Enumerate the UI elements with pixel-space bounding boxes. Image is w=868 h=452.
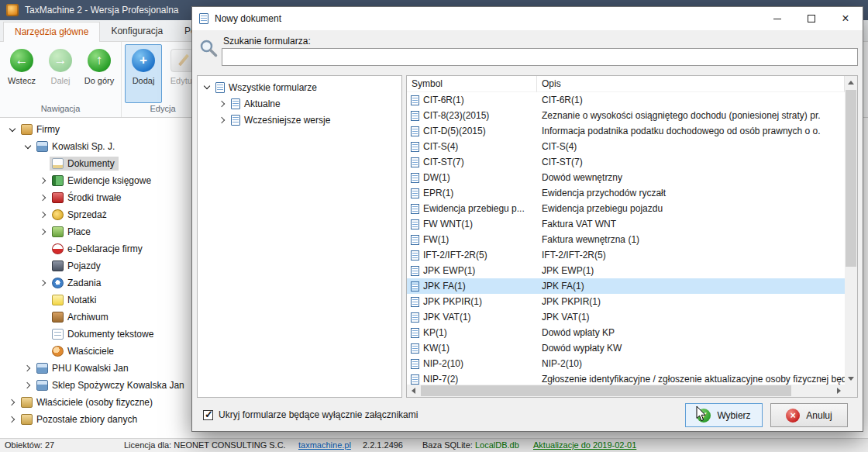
chevron-right-icon[interactable] xyxy=(22,362,34,374)
chevron-right-icon[interactable] xyxy=(37,191,50,204)
list-row[interactable]: KP(1)Dowód wpłaty KP xyxy=(407,325,845,340)
dialog-maximize-button[interactable] xyxy=(794,7,828,30)
form-icon xyxy=(411,235,419,245)
vertical-scrollbar-thumb[interactable] xyxy=(846,90,856,267)
chevron-spacer xyxy=(37,243,50,255)
minimize-icon xyxy=(773,19,781,19)
chevron-down-icon[interactable] xyxy=(22,140,34,153)
form-icon xyxy=(411,126,419,136)
app-icon xyxy=(6,4,19,16)
scroll-down-button[interactable] xyxy=(845,372,857,385)
chevron-spacer xyxy=(37,328,50,340)
chevron-right-icon[interactable] xyxy=(37,277,50,289)
chevron-down-icon[interactable] xyxy=(201,81,213,94)
list-row[interactable]: NIP-7(2)Zgłoszenie identyfikacyjne / zgł… xyxy=(407,371,845,385)
chevron-right-icon[interactable] xyxy=(37,226,50,238)
archive-icon xyxy=(52,312,64,323)
list-row[interactable]: EPR(1)Ewidencja przychodów ryczałt xyxy=(407,185,845,201)
dialog-minimize-button[interactable] xyxy=(760,7,794,30)
select-button[interactable]: ✓ Wybierz xyxy=(685,403,763,427)
column-header-opis[interactable]: Opis xyxy=(537,76,845,92)
horizontal-scrollbar-thumb[interactable] xyxy=(421,385,791,396)
select-button-label: Wybierz xyxy=(717,410,750,421)
new-document-dialog: Nowy dokument × Szukanie formularza: Wsz… xyxy=(191,6,863,432)
status-updates-link[interactable]: Aktualizacje do 2019-02-01 xyxy=(533,440,636,450)
status-license-label: Licencja dla: xyxy=(124,440,171,450)
dialog-close-button[interactable]: × xyxy=(828,7,863,30)
status-objects: Obiektów: 27 xyxy=(5,440,54,450)
list-row[interactable]: CIT-8(23)(2015)Zeznanie o wysokości osią… xyxy=(407,108,845,123)
list-row[interactable]: CIT-ST(7)CIT-ST(7) xyxy=(407,154,845,170)
list-row[interactable]: CIT-D(5)(2015)Informacja podatnika podat… xyxy=(407,123,845,139)
column-header-symbol[interactable]: Symbol xyxy=(407,76,537,92)
cancel-button[interactable]: × Anuluj xyxy=(770,403,848,427)
chevron-right-icon[interactable] xyxy=(22,379,34,392)
arrow-right-icon: → xyxy=(49,49,72,72)
dialog-title: Nowy dokument xyxy=(215,13,281,24)
form-icon xyxy=(411,157,419,167)
list-row[interactable]: JPK VAT(1)JPK VAT(1) xyxy=(407,309,845,325)
text-documents-icon xyxy=(52,329,64,340)
list-row[interactable]: FW(1)Faktura wewnętrzna (1) xyxy=(407,232,845,247)
horizontal-scrollbar[interactable] xyxy=(407,385,845,397)
list-row[interactable]: Ewidencja przebiegu p...Ewidencja przebi… xyxy=(407,201,845,216)
tab-narz-dzia-g-wne[interactable]: Narzędzia główne xyxy=(3,22,100,42)
chevron-right-icon[interactable] xyxy=(37,209,50,221)
forms-tree-item-wszystkie-formularze[interactable]: Wszystkie formularze xyxy=(198,79,401,95)
chevron-right-icon[interactable] xyxy=(6,413,19,426)
companies-folder-icon xyxy=(21,124,33,135)
ribbon-group-label: Edycja xyxy=(124,104,202,117)
forms-tree-item-aktualne[interactable]: Aktualne xyxy=(198,95,401,112)
add-icon: + xyxy=(132,49,155,72)
arrow-up-icon xyxy=(848,81,854,85)
vehicles-icon xyxy=(52,261,64,271)
chevron-right-icon[interactable] xyxy=(216,114,229,126)
check-icon: ✓ xyxy=(697,409,711,423)
list-row[interactable]: JPK FA(1)JPK FA(1) xyxy=(407,278,845,294)
list-row[interactable]: JPK PKPIR(1)JPK PKPIR(1) xyxy=(407,294,845,309)
list-row[interactable]: NIP-2(10)NIP-2(10) xyxy=(407,356,845,371)
forms-tree-item-wcze-niejsze-wersje[interactable]: Wcześniejsze wersje xyxy=(198,112,401,128)
list-row[interactable]: CIT-S(4)CIT-S(4) xyxy=(407,139,845,154)
chevron-right-icon[interactable] xyxy=(37,174,50,187)
scrollbar-corner xyxy=(845,385,857,397)
toolbar-button-dalej[interactable]: →Dalej xyxy=(42,44,79,103)
toolbar-button-wstecz[interactable]: ←Wstecz xyxy=(3,44,40,103)
status-website-link[interactable]: taxmachine.pl xyxy=(298,440,351,450)
scroll-left-button[interactable] xyxy=(407,385,419,397)
tasks-icon xyxy=(52,278,64,288)
chevron-right-icon[interactable] xyxy=(6,396,19,409)
status-database-value: LocalDB.db xyxy=(475,440,519,450)
close-icon: × xyxy=(842,12,849,25)
search-input[interactable] xyxy=(222,48,858,66)
arrow-left-icon: ← xyxy=(10,49,33,72)
form-icon xyxy=(411,266,419,276)
toolbar-button-do-g-ry[interactable]: ↑Do góry xyxy=(81,44,118,103)
chevron-right-icon[interactable] xyxy=(216,98,229,110)
scroll-up-button[interactable] xyxy=(845,76,857,88)
list-row[interactable]: DW(1)Dowód wewnętrzny xyxy=(407,170,845,185)
list-row[interactable]: KW(1)Dowód wypłaty KW xyxy=(407,340,845,356)
owners-folder-icon xyxy=(21,397,33,408)
x-icon: × xyxy=(786,409,800,423)
scroll-right-button[interactable] xyxy=(832,385,845,397)
list-row[interactable]: IFT-2/IFT-2R(5)IFT-2/IFT-2R(5) xyxy=(407,247,845,263)
notes-icon xyxy=(52,295,64,305)
list-row[interactable]: FW WNT(1)Faktura VAT WNT xyxy=(407,216,845,232)
other-folder-icon xyxy=(21,414,33,425)
toolbar-button-dodaj[interactable]: +Dodaj xyxy=(125,44,162,103)
hide-attachments-checkbox[interactable] xyxy=(203,410,213,420)
chevron-spacer xyxy=(37,345,50,357)
form-icon xyxy=(411,250,419,261)
vertical-scrollbar[interactable] xyxy=(845,76,857,385)
chevron-down-icon[interactable] xyxy=(6,123,19,136)
forms-icon xyxy=(231,98,240,109)
list-row[interactable]: CIT-6R(1)CIT-6R(1) xyxy=(407,92,845,108)
form-icon xyxy=(411,343,419,354)
list-row[interactable]: JPK EWP(1)JPK EWP(1) xyxy=(407,263,845,278)
status-license-value: NEONET CONSULTING S.C. xyxy=(174,440,285,450)
tab-konfiguracja[interactable]: Konfiguracja xyxy=(100,22,174,41)
arrow-up-icon: ↑ xyxy=(88,49,111,72)
hide-attachments-option[interactable]: Ukryj formularze będące wyłącznie załącz… xyxy=(203,409,418,420)
form-icon xyxy=(411,142,419,152)
